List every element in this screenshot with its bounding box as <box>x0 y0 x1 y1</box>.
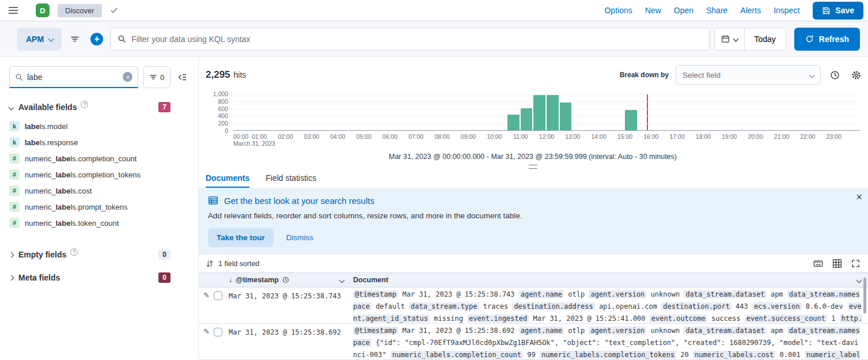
expand-document-icon[interactable]: ✎ <box>203 291 210 299</box>
x-axis-tick-label: 10:00 <box>487 133 502 140</box>
x-axis-date-label: March 31, 2023 <box>233 140 275 147</box>
callout-actions: Take the tour Dismiss <box>208 228 859 247</box>
keyboard-shortcuts-button[interactable] <box>813 259 823 268</box>
field-value: Mar 31, 2023 @ 15:25:38.692 <box>402 327 514 335</box>
nav-link-inspect[interactable]: Inspect <box>774 6 799 15</box>
meta-fields-section[interactable]: Meta fields 0 <box>9 272 189 283</box>
info-icon[interactable]: ? <box>70 248 78 256</box>
empty-fields-section[interactable]: Empty fields ? 0 <box>9 249 189 260</box>
fullscreen-button[interactable] <box>851 259 860 268</box>
field-value: Mar 31, 2023 @ 15:25:38.743 <box>402 290 514 298</box>
chart-resize-handle[interactable] <box>529 165 537 169</box>
nav-link-open[interactable]: Open <box>674 6 693 15</box>
check-icon <box>110 6 118 14</box>
x-axis-tick-label: 21:00 <box>774 133 789 140</box>
display-options-button[interactable] <box>832 259 842 268</box>
histogram-chart: 02004006008001,000 March 31, 2023 00:000… <box>206 94 860 169</box>
add-filter-button[interactable]: + <box>88 28 105 51</box>
number-field-icon: # <box>9 169 20 180</box>
collapse-sidebar-button[interactable] <box>175 70 189 84</box>
y-axis-tick-label: 200 <box>218 120 228 127</box>
column-actions-chevron-icon[interactable] <box>339 277 345 283</box>
available-fields-section[interactable]: Available fields ? 7 <box>9 102 189 112</box>
field-item-cost[interactable]: # numeric_labels.cost <box>9 183 189 199</box>
grid-toolbar-icons <box>813 259 860 268</box>
field-item-completion-count[interactable]: # numeric_labels.completion_count <box>9 150 189 166</box>
vertical-scrollbar[interactable] <box>863 278 866 313</box>
row-checkbox[interactable] <box>214 328 222 336</box>
field-name: numeric_labels.token_count <box>25 219 119 228</box>
tab-field-statistics[interactable]: Field statistics <box>266 173 316 188</box>
nav-link-alerts[interactable]: Alerts <box>740 6 761 15</box>
expand-document-icon[interactable]: ✎ <box>203 328 210 335</box>
refresh-button[interactable]: Refresh <box>794 28 860 51</box>
close-icon[interactable]: × <box>856 192 862 202</box>
search-icon <box>15 73 23 81</box>
histogram-bar[interactable] <box>625 110 637 130</box>
chart-options-button[interactable] <box>849 68 863 82</box>
filter-lines-icon <box>70 35 79 44</box>
gear-icon <box>851 70 861 80</box>
filter-icon <box>149 73 157 81</box>
nav-link-share[interactable]: Share <box>706 6 727 15</box>
chart-history-button[interactable] <box>828 68 842 82</box>
nav-link-new[interactable]: New <box>645 6 661 15</box>
hits-label: hits <box>234 70 247 79</box>
row-checkbox[interactable] <box>214 291 222 300</box>
y-axis-tick-label: 400 <box>218 112 228 119</box>
document-column-header[interactable]: Document <box>348 276 868 284</box>
number-field-icon: # <box>9 202 20 212</box>
data-view-picker[interactable]: APM <box>17 28 62 51</box>
field-item-labels-response[interactable]: k labels.response <box>9 134 189 150</box>
histogram-bar[interactable] <box>547 95 559 130</box>
histogram-bar[interactable] <box>521 108 533 130</box>
field-item-token-count[interactable]: # numeric_labels.token_count <box>9 215 189 231</box>
breadcrumb-discover[interactable]: Discover <box>58 4 102 17</box>
field-name-chip: numeric_labels.completion_count <box>391 351 523 359</box>
field-value: 20 <box>680 351 688 359</box>
timestamp-column-header[interactable]: ↓ @timestamp <box>229 276 348 284</box>
histogram-bar[interactable] <box>560 103 572 130</box>
x-axis-tick-label: 22:00 <box>800 133 815 140</box>
histogram-plot[interactable] <box>233 94 860 131</box>
space-avatar[interactable]: D <box>36 3 50 17</box>
save-button[interactable]: Save <box>813 2 863 20</box>
field-search-input[interactable] <box>27 73 119 82</box>
document-cell: @timestamp Mar 31, 2023 @ 15:25:38.743 a… <box>348 287 868 323</box>
kql-search-input[interactable] <box>131 35 702 44</box>
document-row[interactable]: ✎ Mar 31, 2023 @ 15:25:38.692 @timestamp… <box>199 324 868 360</box>
result-tabs: Documents Field statistics <box>199 169 868 188</box>
hamburger-menu-button[interactable] <box>5 0 22 22</box>
sort-updown-icon <box>206 260 214 268</box>
dismiss-button[interactable]: Dismiss <box>286 233 313 242</box>
number-field-icon: # <box>9 218 20 228</box>
breakdown-field-select[interactable]: Select field <box>676 65 821 85</box>
field-item-completion-tokens[interactable]: # numeric_labels.completion_tokens <box>9 166 189 183</box>
plus-icon: + <box>90 33 103 46</box>
x-axis-tick-label: 20:00 <box>748 133 763 140</box>
field-filters-button[interactable]: 0 <box>143 66 170 88</box>
chevron-down-icon <box>809 72 815 78</box>
date-range-button[interactable]: Today <box>745 28 786 50</box>
nav-link-options[interactable]: Options <box>604 6 632 15</box>
date-quick-select-button[interactable] <box>715 28 745 50</box>
x-axis-tick-label: 00:00 <box>233 133 248 140</box>
info-icon[interactable]: ? <box>81 101 88 108</box>
sorted-fields-button[interactable]: 1 field sorted <box>218 260 260 268</box>
saved-query-menu-button[interactable] <box>66 28 84 51</box>
document-row[interactable]: ✎ Mar 31, 2023 @ 15:25:38.743 @timestamp… <box>199 287 868 324</box>
field-name: numeric_labels.prompt_tokens <box>25 203 127 211</box>
histogram-bar[interactable] <box>533 95 545 130</box>
save-button-label: Save <box>835 6 854 15</box>
clear-search-button[interactable]: × <box>123 72 132 82</box>
column-actions-chevron-icon[interactable] <box>856 277 862 283</box>
take-tour-button[interactable]: Take the tour <box>208 228 274 247</box>
available-fields-count-badge: 7 <box>158 102 170 112</box>
field-item-labels-model[interactable]: k labels.model <box>9 118 189 134</box>
x-axis-tick-label: 06:00 <box>382 133 397 140</box>
number-field-icon: # <box>9 185 20 196</box>
tab-documents[interactable]: Documents <box>206 173 249 188</box>
field-item-prompt-tokens[interactable]: # numeric_labels.prompt_tokens <box>9 199 189 215</box>
field-value: otlp <box>568 327 585 335</box>
histogram-bar[interactable] <box>507 115 520 130</box>
